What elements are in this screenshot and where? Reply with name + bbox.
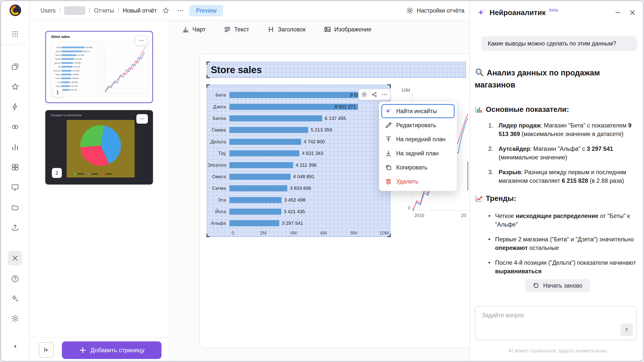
widget-relations-icon[interactable] (369, 90, 379, 99)
bar-value-label: 4 048 891 (293, 174, 314, 179)
collapse-pages-panel-button[interactable] (39, 342, 54, 358)
bar-category-label: Тау (207, 151, 229, 156)
favorite-star-icon[interactable] (160, 5, 171, 16)
context-menu-item-bring-front[interactable]: На передний план (381, 132, 455, 146)
breadcrumb-separator: / (117, 7, 119, 14)
report-header-title: Store sales (207, 62, 465, 77)
x-axis: 02M4M6M8M10M (233, 229, 384, 237)
mini-pie-chart (67, 120, 135, 177)
bar-category-label: Эта (207, 197, 229, 203)
metrics-item: Лидер продаж: Магазин "Бета" с показател… (488, 121, 637, 138)
restart-button[interactable]: Начать заново (525, 279, 590, 292)
breadcrumb-redacted (64, 6, 85, 15)
report-settings-button[interactable]: Настройки отчёта (406, 7, 469, 14)
close-icon[interactable] (627, 7, 638, 18)
breadcrumb-users[interactable]: Users (41, 7, 56, 14)
tables-grid-icon[interactable] (8, 160, 22, 174)
pie-legend (74, 173, 112, 175)
add-chart-button[interactable]: Чарт (182, 26, 206, 33)
breadcrumb-reports[interactable]: Отчеты (94, 7, 114, 14)
add-heading-button[interactable]: Заголовок (267, 26, 306, 33)
widget-controls (358, 89, 390, 100)
widget-more-icon[interactable] (379, 90, 389, 99)
header-widget[interactable]: Store sales (207, 62, 466, 78)
send-icon[interactable] (620, 324, 633, 336)
bar-row: Эпсилон4 211 396 (207, 159, 390, 171)
mini-bar-row: Бета9 513 369 (51, 46, 96, 49)
send-to-back-icon (385, 150, 392, 157)
connections-lightning-icon[interactable] (8, 100, 22, 114)
sparkle-icon (477, 8, 486, 17)
favorites-star-icon[interactable] (8, 79, 22, 94)
bar-row: Сигма3 833 836 (207, 183, 390, 194)
mini-bar-row: Омега4 048 891 (51, 73, 96, 76)
metrics-heading: Основные показатели: (475, 105, 637, 114)
close-nav-icon[interactable] (8, 251, 22, 265)
context-menu-item-delete[interactable]: Удалить (381, 174, 455, 189)
bar (229, 139, 301, 145)
add-page-label: Добавить страницу (91, 347, 145, 354)
collections-icon[interactable] (8, 59, 22, 74)
settings-gear-icon[interactable] (8, 311, 22, 326)
bar-value-label: 6 137 455 (325, 116, 346, 121)
minimize-icon[interactable] (612, 7, 623, 18)
y-axis-label-bottom: 0 (408, 205, 410, 211)
widget-settings-icon[interactable] (359, 90, 369, 99)
more-actions-icon[interactable] (175, 5, 186, 16)
ai-disclaimer: AI может ошибаться, будьте внимательны (470, 348, 643, 354)
context-menu-item-copy[interactable]: Копировать (381, 160, 455, 174)
bar-row: Альфа3 297 541 (207, 217, 390, 229)
bar (229, 209, 281, 215)
thumbnail-menu-button[interactable] (136, 114, 148, 124)
bar (229, 127, 308, 133)
report-page: Store sales Бета9 513 369Дзета8 501 271К… (199, 54, 469, 348)
bar-category-label: Эпсилон (207, 162, 229, 168)
preview-button[interactable]: Preview (189, 5, 223, 16)
bar-category-label: Дзета (207, 104, 229, 110)
bar (229, 220, 279, 226)
bar-chart-widget[interactable]: Бета9 513 369Дзета8 501 271Каппа6 137 45… (207, 85, 390, 237)
beta-badge: beta (549, 8, 558, 13)
add-page-button[interactable]: Добавить страницу (62, 341, 162, 359)
thumbnail-menu-button[interactable] (136, 36, 147, 45)
canvas-scrollbar[interactable] (467, 162, 468, 190)
dashboards-monitor-icon[interactable] (8, 180, 22, 195)
mini-bar-row: Каппа6 137 455 (51, 53, 96, 57)
page-thumbnail-2[interactable]: Продажи по категориям 2 (45, 110, 153, 185)
bar-value-label: 8 501 271 (335, 104, 356, 110)
add-image-button[interactable]: Изображение (324, 26, 372, 33)
datasets-rings-icon[interactable] (8, 120, 22, 134)
bar-category-label: Гамма (207, 127, 229, 133)
datalens-logo[interactable] (10, 5, 21, 16)
charts-icon[interactable] (8, 140, 22, 154)
report-settings-label: Настройки отчёта (417, 7, 464, 14)
mini-bar-row: Тау4 631 343 (51, 65, 96, 69)
add-text-button[interactable]: Текст (224, 26, 249, 33)
context-menu-item-edit[interactable]: Редактировать (381, 118, 455, 132)
bar (229, 185, 287, 191)
collapse-sidebar-icon[interactable] (8, 339, 22, 354)
page-number-badge: 2 (52, 168, 62, 178)
mini-bar-row: Гамма5 213 359 (51, 57, 96, 61)
bar-value-label: 3 833 836 (290, 186, 311, 191)
mini-bar-row: Эпсилон4 211 396 (51, 69, 96, 72)
context-menu-item-send-back[interactable]: На задний план (381, 146, 455, 160)
report-canvas-area: Чарт Текст Заголовок Изображение Store s… (170, 21, 469, 361)
y-axis-label-top: 10M (401, 88, 410, 93)
question-input[interactable] (475, 306, 636, 326)
service-settings-icon[interactable] (8, 291, 22, 306)
workbooks-folder-icon[interactable] (8, 200, 22, 215)
help-icon[interactable] (8, 272, 22, 286)
upload-icon[interactable] (8, 220, 22, 235)
bar-row: Эта3 452 498 (207, 194, 390, 206)
trends-item: Четкое нисходящее распределение от "Беты… (488, 212, 637, 229)
apps-grid-icon[interactable] (8, 27, 22, 41)
top-bar: Users / / Отчеты / Новый отчёт Preview Н… (30, 1, 469, 21)
context-menu-item-insights[interactable]: Найти инсайты (381, 104, 455, 118)
page-thumbnail-1[interactable]: Store sales Бета9 513 369Дзета8 501 271К… (45, 31, 153, 103)
thumbnail-title: Store sales (51, 35, 70, 39)
pie-slice-green (80, 125, 104, 147)
mini-line-chart (99, 42, 149, 97)
trends-item: Первые 2 магазина ("Бета" и "Дзета") зна… (488, 235, 637, 252)
page-number-badge: 1 (53, 87, 63, 97)
